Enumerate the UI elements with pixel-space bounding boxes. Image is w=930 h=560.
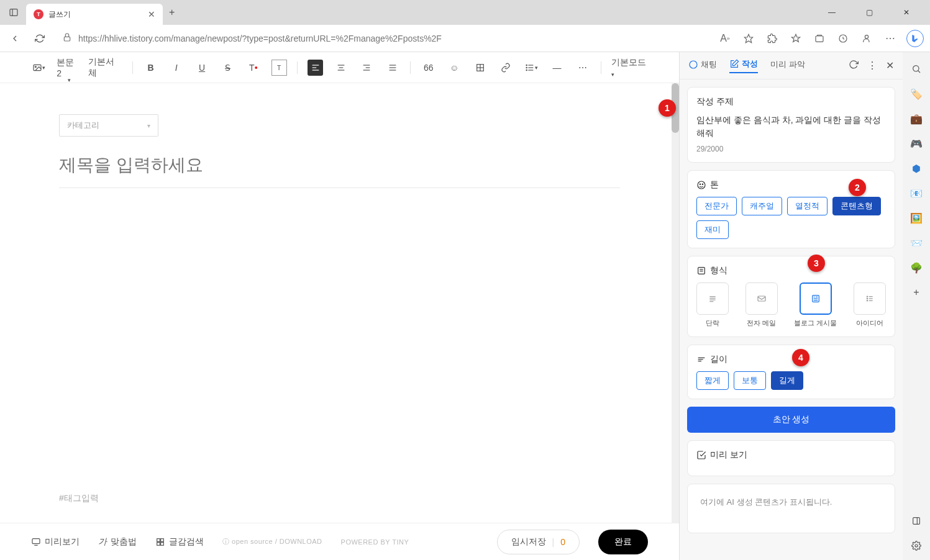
align-right-button[interactable] — [359, 60, 375, 76]
favorite-icon[interactable] — [741, 31, 756, 46]
ai-close-button[interactable]: ✕ — [886, 60, 894, 72]
highlight-button[interactable]: T — [271, 60, 287, 76]
hide-sidebar-icon[interactable] — [909, 514, 923, 528]
image-create-icon[interactable]: 🖼️ — [909, 211, 923, 225]
tab-write[interactable]: 작성 — [729, 58, 758, 73]
format-blog[interactable]: 블로그 게시물 — [794, 282, 837, 328]
length-short[interactable]: 짧게 — [696, 371, 729, 390]
collections-icon[interactable] — [812, 31, 827, 46]
format-email[interactable]: 전자 메일 — [745, 282, 778, 328]
edge-sidebar: 🏷️ 💼 🎮 ⬢ 📧 🖼️ 📨 🌳 + — [903, 52, 930, 560]
align-left-button[interactable] — [308, 60, 323, 76]
length-label: 길이 — [696, 354, 886, 365]
svg-rect-64 — [913, 518, 920, 525]
svg-point-27 — [526, 65, 527, 65]
browser-tab[interactable]: T 글쓰기 ✕ — [26, 4, 163, 25]
more-tools-button[interactable]: ⋯ — [575, 60, 590, 76]
tree-icon[interactable]: 🌳 — [909, 261, 923, 274]
new-tab-button[interactable]: + — [169, 7, 175, 18]
tab-actions-button[interactable] — [5, 4, 22, 21]
favicon-icon: T — [34, 9, 43, 19]
underline-button[interactable]: U — [194, 60, 209, 76]
refresh-button[interactable] — [31, 30, 48, 47]
length-long[interactable]: 길게 — [771, 371, 803, 390]
tone-fun[interactable]: 재미 — [696, 220, 729, 239]
tab-close-button[interactable]: ✕ — [148, 9, 155, 19]
more-icon[interactable]: ⋯ — [883, 31, 898, 46]
games-icon[interactable]: 🎮 — [909, 137, 923, 150]
annotation-badge-4: 4 — [792, 349, 809, 366]
editor-pane: ▾ 본문2▾ 기본서체 B I U S̶ T• T 66 ☺ ▾ — ⋯ 기본모… — [0, 52, 679, 560]
textcolor-button[interactable]: T• — [245, 60, 261, 76]
minimize-button[interactable]: — — [819, 8, 844, 17]
outlook-icon[interactable]: 📧 — [909, 186, 923, 200]
extensions-icon[interactable] — [765, 31, 780, 46]
ai-refresh-button[interactable] — [849, 60, 859, 72]
shopping-tag-icon[interactable]: 🏷️ — [909, 87, 923, 101]
settings-icon[interactable] — [909, 539, 923, 553]
hr-button[interactable]: — — [549, 60, 565, 76]
align-justify-button[interactable] — [385, 60, 400, 76]
length-medium[interactable]: 보통 — [734, 371, 766, 390]
table-button[interactable] — [472, 60, 488, 76]
svg-point-29 — [526, 70, 527, 70]
address-bar: https://hhlive.tistory.com/manage/newpos… — [0, 25, 930, 52]
topic-textarea[interactable]: 임산부에 좋은 음식과 차, 과일에 대한 글을 작성해줘 — [696, 114, 886, 140]
contentsearch-button[interactable]: 글감검색 — [155, 536, 204, 548]
svg-line-63 — [918, 71, 920, 73]
done-button[interactable]: 완료 — [598, 530, 648, 554]
link-button[interactable] — [498, 60, 513, 76]
window-titlebar: T 글쓰기 ✕ + — ▢ ✕ — [0, 0, 930, 25]
address-bar-icons: A» ⋯ — [718, 30, 924, 47]
read-aloud-icon[interactable]: A» — [718, 31, 732, 46]
svg-marker-3 — [744, 34, 752, 42]
format-idea[interactable]: 아이디어 — [854, 282, 886, 328]
quote-button[interactable]: 66 — [421, 60, 436, 76]
office-icon[interactable]: ⬢ — [909, 161, 923, 175]
paragraph-style-select[interactable]: 본문2▾ — [57, 57, 78, 78]
profile-icon[interactable] — [859, 31, 874, 46]
tone-pro[interactable]: 전문가 — [696, 197, 737, 215]
tab-insight[interactable]: 미리 파악 — [770, 59, 805, 73]
back-button[interactable] — [6, 30, 24, 47]
drop-icon[interactable]: 📨 — [909, 236, 923, 250]
tone-casual[interactable]: 캐주얼 — [742, 197, 782, 215]
font-select[interactable]: 기본서체 — [88, 56, 122, 79]
image-button[interactable]: ▾ — [31, 60, 47, 76]
editor-mode-select[interactable]: 기본모드▾ — [611, 57, 648, 78]
close-window-button[interactable]: ✕ — [894, 8, 919, 17]
favorites-bar-icon[interactable] — [788, 31, 803, 46]
tempsave-button[interactable]: 임시저장 | 0 — [497, 530, 580, 554]
emoji-button[interactable]: ☺ — [447, 60, 462, 76]
align-center-button[interactable] — [333, 60, 349, 76]
toolbox-icon[interactable]: 💼 — [909, 112, 923, 125]
editor-scrollbar[interactable] — [672, 83, 679, 523]
svg-rect-32 — [157, 538, 160, 541]
post-title-input[interactable] — [59, 149, 620, 188]
preview-button[interactable]: 미리보기 — [31, 536, 80, 548]
category-select[interactable]: 카테고리 ▾ — [59, 114, 158, 137]
svg-rect-34 — [157, 542, 160, 545]
strikethrough-button[interactable]: S̶ — [220, 60, 235, 76]
ai-more-button[interactable]: ⋮ — [867, 60, 877, 72]
tone-content[interactable]: 콘텐츠형 — [832, 197, 881, 215]
spellcheck-button[interactable]: 가 맞춤법 — [98, 536, 137, 548]
svg-point-66 — [915, 544, 918, 547]
add-tool-icon[interactable]: + — [909, 286, 923, 299]
tab-chat[interactable]: 채팅 — [688, 59, 717, 73]
url-box[interactable]: https://hhlive.tistory.com/manage/newpos… — [56, 32, 710, 44]
list-button[interactable]: ▾ — [524, 60, 539, 76]
maximize-button[interactable]: ▢ — [857, 8, 882, 17]
bing-sidebar-button[interactable] — [906, 30, 924, 47]
post-content-area[interactable] — [59, 188, 620, 493]
svg-point-8 — [35, 66, 37, 67]
generate-button[interactable]: 초안 생성 — [687, 407, 895, 433]
tag-input[interactable]: #태그입력 — [59, 493, 620, 504]
italic-button[interactable]: I — [168, 60, 184, 76]
search-icon[interactable] — [909, 62, 923, 76]
performance-icon[interactable] — [836, 31, 850, 46]
ai-scroll-area: 작성 주제 임산부에 좋은 음식과 차, 과일에 대한 글을 작성해줘 29/2… — [680, 79, 903, 560]
tone-passion[interactable]: 열정적 — [787, 197, 827, 215]
format-paragraph[interactable]: 단락 — [696, 282, 729, 328]
bold-button[interactable]: B — [143, 60, 158, 76]
